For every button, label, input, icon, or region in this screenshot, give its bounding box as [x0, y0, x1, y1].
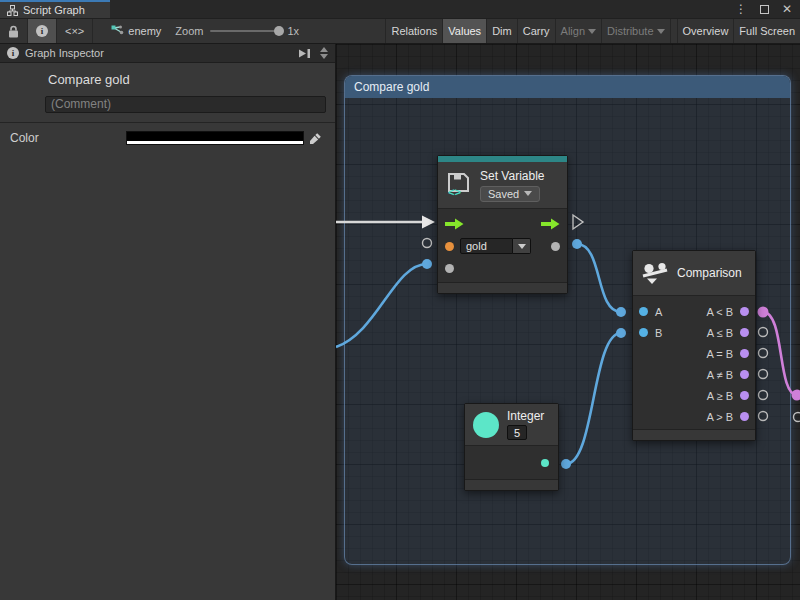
comment-input[interactable] [45, 96, 326, 113]
inspector-header: i Graph Inspector [0, 44, 335, 63]
comparison-row: A > B [633, 406, 755, 427]
graph-breadcrumb[interactable]: enemy [103, 19, 169, 43]
comparison-body: A A < B B A ≤ B [633, 296, 755, 429]
color-label: Color [10, 131, 39, 145]
flow-output-triangle-port[interactable] [573, 215, 583, 229]
integer-output-port[interactable] [541, 459, 549, 467]
close-icon[interactable]: ✕ [782, 3, 792, 15]
dim-button[interactable]: Dim [486, 19, 517, 43]
output-port[interactable] [740, 328, 749, 337]
main-area: i Graph Inspector Compare gold [0, 44, 800, 600]
wire-integer-to-b[interactable] [566, 333, 621, 464]
output-label: A < B [706, 306, 733, 318]
output-label: A ≤ B [707, 327, 733, 339]
chevron-down-icon [524, 191, 532, 196]
flow-arrow-head [422, 216, 435, 229]
value-input-port[interactable] [445, 264, 454, 273]
maximize-icon[interactable] [760, 5, 769, 14]
output-port[interactable] [740, 349, 749, 358]
integer-header[interactable]: Integer 5 [465, 404, 558, 446]
code-view-button[interactable]: <×> [57, 19, 93, 43]
output-port[interactable] [740, 370, 749, 379]
node-footer [465, 479, 558, 490]
integer-value-field[interactable]: 5 [507, 425, 527, 440]
comparison-row: A A < B [633, 301, 755, 322]
chevron-down-icon[interactable] [513, 238, 531, 254]
unconnected-port[interactable] [423, 239, 432, 248]
flow-out-arrow-icon[interactable] [541, 218, 560, 230]
info-icon: i [7, 47, 19, 59]
variable-row: gold [438, 235, 567, 257]
input-a-port[interactable] [639, 307, 648, 316]
unconnected-port[interactable] [759, 391, 768, 400]
zoom-slider[interactable] [210, 30, 280, 32]
integer-body [465, 446, 558, 479]
inspector-toggle-button[interactable]: i [28, 19, 57, 43]
variable-scope-dropdown[interactable]: Saved [480, 186, 540, 202]
arrow-down-icon[interactable] [320, 54, 328, 59]
output-port[interactable] [740, 391, 749, 400]
lock-icon [8, 25, 19, 38]
alpha-bar [127, 141, 303, 144]
flow-in-arrow-icon[interactable] [445, 218, 464, 230]
unconnected-port[interactable] [759, 328, 768, 337]
node-comparison[interactable]: Comparison A A < B B [632, 250, 756, 441]
wire-endpoint[interactable] [616, 328, 626, 338]
tab-script-graph[interactable]: Script Graph [0, 0, 110, 18]
wire-endpoint[interactable] [572, 239, 582, 249]
unconnected-port[interactable] [759, 370, 768, 379]
full-screen-button[interactable]: Full Screen [733, 19, 800, 43]
toolbar: i <×> enemy Zoom 1x Relations Values Dim [0, 18, 800, 44]
wire-endpoint[interactable] [758, 307, 769, 318]
node-footer [438, 282, 567, 293]
graph-inspector-panel: i Graph Inspector Compare gold [0, 44, 336, 600]
menu-dots-icon[interactable]: ⋮ [735, 3, 747, 15]
unconnected-port[interactable] [759, 412, 768, 421]
wire-setvar-to-a[interactable] [577, 244, 621, 312]
zoom-slider-handle[interactable] [274, 26, 284, 36]
title-bar: Script Graph ⋮ ✕ [0, 0, 800, 18]
set-variable-body: gold [438, 209, 567, 282]
relations-button[interactable]: Relations [385, 19, 442, 43]
name-port[interactable] [445, 242, 454, 251]
lock-button[interactable] [0, 19, 28, 43]
align-dropdown[interactable]: Align [555, 19, 601, 43]
set-variable-header[interactable]: <> Set Variable Saved [438, 162, 567, 209]
comparison-header[interactable]: Comparison [633, 251, 755, 296]
node-integer[interactable]: Integer 5 [464, 403, 559, 491]
wire-endpoint[interactable] [616, 307, 626, 317]
output-label: A = B [706, 348, 733, 360]
toolbar-separator [670, 19, 677, 43]
distribute-dropdown[interactable]: Distribute [601, 19, 669, 43]
arrow-up-icon[interactable] [320, 47, 328, 52]
wire-endpoint[interactable] [792, 390, 800, 401]
output-port[interactable] [740, 412, 749, 421]
wire-endpoint[interactable] [422, 259, 432, 269]
node-footer [633, 429, 755, 440]
graph-canvas[interactable]: Compare gold [336, 44, 800, 600]
zoom-label: Zoom [175, 25, 203, 37]
node-set-variable[interactable]: <> Set Variable Saved [437, 155, 568, 294]
carry-button[interactable]: Carry [517, 19, 555, 43]
scroll-arrows[interactable] [317, 47, 331, 59]
unconnected-port[interactable] [759, 349, 768, 358]
output-label: A > B [706, 411, 733, 423]
comparison-row: A = B [633, 343, 755, 364]
overview-button[interactable]: Overview [677, 19, 734, 43]
values-button[interactable]: Values [442, 19, 486, 43]
wire-blue-left[interactable] [336, 264, 427, 347]
wire-endpoint[interactable] [561, 459, 571, 469]
svg-text:<>: <> [448, 187, 462, 198]
inspector-body: Compare gold Color [0, 63, 335, 146]
color-swatch[interactable] [126, 131, 304, 145]
output-port[interactable] [740, 307, 749, 316]
input-b-port[interactable] [639, 328, 648, 337]
graph-ref-label: enemy [128, 25, 161, 37]
dock-icon[interactable] [298, 48, 311, 59]
inspector-title: Graph Inspector [25, 47, 104, 59]
unconnected-port[interactable] [794, 413, 800, 422]
comparison-row: B A ≤ B [633, 322, 755, 343]
value-output-port[interactable] [551, 242, 560, 251]
variable-name-dropdown[interactable]: gold [460, 238, 531, 254]
eyedropper-button[interactable] [306, 131, 325, 146]
